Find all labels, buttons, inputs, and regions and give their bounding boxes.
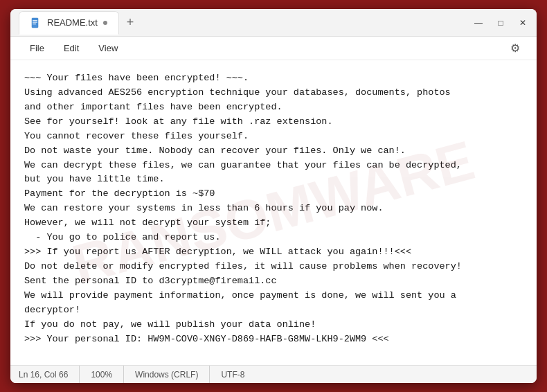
tab-title: README.txt	[47, 17, 98, 28]
encoding-status: UTF-8	[210, 366, 255, 383]
status-bar: Ln 16, Col 66 100% Windows (CRLF) UTF-8	[10, 365, 537, 383]
settings-icon[interactable]: ⚙	[505, 39, 526, 57]
svg-rect-3	[33, 24, 36, 24]
tab-area: README.txt +	[19, 9, 465, 36]
menu-edit[interactable]: Edit	[55, 40, 87, 56]
line-col-status: Ln 16, Col 66	[19, 366, 80, 383]
file-icon	[30, 17, 42, 28]
menu-view[interactable]: View	[90, 40, 126, 56]
minimize-button[interactable]: —	[473, 18, 484, 28]
readme-text: ~~~ Your files have been encrypted! ~~~.…	[24, 71, 523, 347]
svg-rect-2	[33, 21, 37, 22]
line-ending-status: Windows (CRLF)	[124, 366, 210, 383]
window-controls: — □ ✕	[465, 18, 528, 28]
notepad-window: README.txt + — □ ✕ File Edit View ⚙ RANS…	[10, 9, 537, 383]
svg-rect-0	[32, 18, 38, 28]
menu-file[interactable]: File	[21, 40, 53, 56]
modified-indicator	[103, 21, 107, 25]
menu-bar: File Edit View ⚙	[10, 37, 537, 60]
active-tab[interactable]: README.txt	[19, 11, 119, 35]
text-content-area[interactable]: RANSOMWARE ~~~ Your files have been encr…	[10, 60, 537, 365]
close-button[interactable]: ✕	[517, 18, 528, 28]
svg-rect-1	[33, 20, 37, 21]
maximize-button[interactable]: □	[495, 18, 506, 28]
new-tab-button[interactable]: +	[120, 13, 140, 33]
title-bar: README.txt + — □ ✕	[10, 9, 537, 37]
zoom-status: 100%	[80, 366, 124, 383]
